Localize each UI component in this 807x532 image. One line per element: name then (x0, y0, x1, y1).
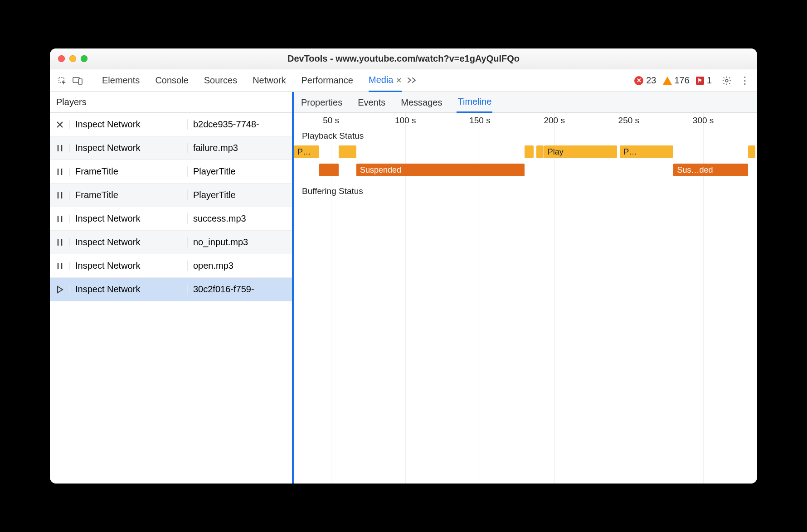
panel-tab-media[interactable]: Media✕ (369, 69, 402, 92)
player-name: no_input.mp3 (188, 237, 292, 247)
timeline-bar-susp[interactable]: Suspended (356, 164, 525, 176)
timeline-bar-susp[interactable]: Sus…ded (673, 164, 748, 176)
panel-tab-performance[interactable]: Performance (301, 70, 354, 91)
player-status-icon (50, 238, 70, 247)
timeline-tick: 200 s (544, 116, 564, 126)
main: Players Inspect Networkb2dce935-7748-Ins… (50, 92, 757, 484)
warning-icon (663, 77, 672, 85)
detail-tabs: PropertiesEventsMessagesTimeline (294, 92, 757, 113)
timeline-bar-play[interactable]: P… (294, 145, 319, 158)
warning-count: 176 (675, 75, 690, 86)
titlebar: DevTools - www.youtube.com/watch?v=e1gAy… (50, 48, 757, 69)
issue-counters: ✕ 23 176 ⚑ 1 (634, 75, 712, 86)
timeline-bar-play[interactable] (525, 145, 534, 158)
player-name: 30c2f016-f759- (188, 284, 292, 295)
separator (90, 74, 90, 87)
player-row[interactable]: Inspect Networksuccess.mp3 (50, 207, 292, 231)
timeline-tick: 250 s (618, 116, 639, 126)
player-name: success.mp3 (188, 213, 292, 224)
svg-rect-2 (78, 79, 82, 84)
more-menu-icon[interactable]: ⋮ (740, 75, 750, 87)
timeline-bar-play[interactable]: Play (544, 145, 617, 158)
panel-tab-sources[interactable]: Sources (204, 70, 237, 91)
player-name: failure.mp3 (188, 143, 292, 153)
window: DevTools - www.youtube.com/watch?v=e1gAy… (50, 48, 757, 484)
window-title: DevTools - www.youtube.com/watch?v=e1gAy… (50, 53, 757, 64)
player-status-icon (50, 168, 70, 176)
more-tabs-icon[interactable] (407, 75, 417, 86)
player-name: PlayerTitle (188, 166, 292, 177)
timeline[interactable]: 50 s100 s150 s200 s250 s300 s Playback S… (294, 113, 757, 484)
detail-tab-events[interactable]: Events (357, 93, 386, 112)
player-row[interactable]: FrameTitlePlayerTitle (50, 160, 292, 184)
settings-icon[interactable] (720, 74, 734, 87)
detail-tab-messages[interactable]: Messages (400, 93, 443, 112)
inspect-element-icon[interactable] (55, 74, 69, 87)
detail-tab-properties[interactable]: Properties (300, 93, 343, 112)
player-frame: Inspect Network (70, 284, 188, 295)
player-row[interactable]: Inspect Networkfailure.mp3 (50, 136, 292, 160)
timeline-bar-susp[interactable] (319, 164, 339, 176)
detail-pane: PropertiesEventsMessagesTimeline 50 s100… (294, 92, 757, 484)
close-tab-icon[interactable]: ✕ (396, 77, 402, 84)
player-frame: Inspect Network (70, 143, 188, 153)
player-frame: Inspect Network (70, 237, 188, 247)
timeline-tick: 100 s (395, 116, 416, 126)
panel-tab-network[interactable]: Network (253, 70, 286, 91)
error-count: 23 (646, 75, 656, 86)
player-row[interactable]: Inspect Networkopen.mp3 (50, 254, 292, 278)
player-frame: Inspect Network (70, 119, 188, 130)
warning-counter[interactable]: 176 (663, 75, 690, 86)
timeline-ruler: 50 s100 s150 s200 s250 s300 s (294, 113, 757, 128)
svg-point-3 (725, 79, 728, 82)
players-list: Inspect Networkb2dce935-7748-Inspect Net… (50, 113, 292, 301)
player-name: PlayerTitle (188, 190, 292, 200)
buffering-status-label: Buffering Status (302, 186, 363, 196)
player-row[interactable]: Inspect Networkno_input.mp3 (50, 231, 292, 254)
timeline-tick: 300 s (693, 116, 714, 126)
player-status-icon (50, 121, 70, 129)
player-status-icon (50, 262, 70, 270)
detail-tab-timeline[interactable]: Timeline (457, 92, 492, 113)
player-status-icon (50, 191, 70, 199)
player-frame: Inspect Network (70, 213, 188, 224)
player-name: b2dce935-7748- (188, 119, 292, 130)
player-status-icon (50, 144, 70, 152)
error-counter[interactable]: ✕ 23 (634, 75, 656, 86)
players-header: Players (50, 92, 292, 113)
player-frame: Inspect Network (70, 261, 188, 271)
player-status-icon (50, 215, 70, 223)
timeline-bar-play[interactable] (536, 145, 544, 158)
toolbar: ElementsConsoleSourcesNetworkPerformance… (50, 69, 757, 92)
device-toolbar-icon[interactable] (71, 74, 84, 87)
info-count: 1 (707, 75, 712, 86)
timeline-tick: 150 s (469, 116, 490, 126)
panel-tab-elements[interactable]: Elements (102, 70, 140, 91)
player-row[interactable]: Inspect Network30c2f016-f759- (50, 278, 292, 301)
timeline-bar-play[interactable] (748, 145, 755, 158)
playback-status-label: Playback Status (302, 131, 364, 141)
timeline-tick: 50 s (323, 116, 339, 126)
player-frame: FrameTitle (70, 166, 188, 177)
panel-tabs: ElementsConsoleSourcesNetworkPerformance… (102, 69, 402, 92)
timeline-bar-play[interactable]: P… (620, 145, 673, 158)
info-counter[interactable]: ⚑ 1 (696, 75, 712, 86)
error-icon: ✕ (634, 76, 643, 85)
players-sidebar: Players Inspect Networkb2dce935-7748-Ins… (50, 92, 294, 484)
flag-icon: ⚑ (696, 77, 704, 85)
player-row[interactable]: FrameTitlePlayerTitle (50, 184, 292, 207)
player-row[interactable]: Inspect Networkb2dce935-7748- (50, 113, 292, 136)
player-status-icon (50, 285, 70, 294)
timeline-bar-play[interactable] (339, 145, 356, 158)
panel-tab-console[interactable]: Console (155, 70, 188, 91)
player-name: open.mp3 (188, 261, 292, 271)
player-frame: FrameTitle (70, 190, 188, 200)
